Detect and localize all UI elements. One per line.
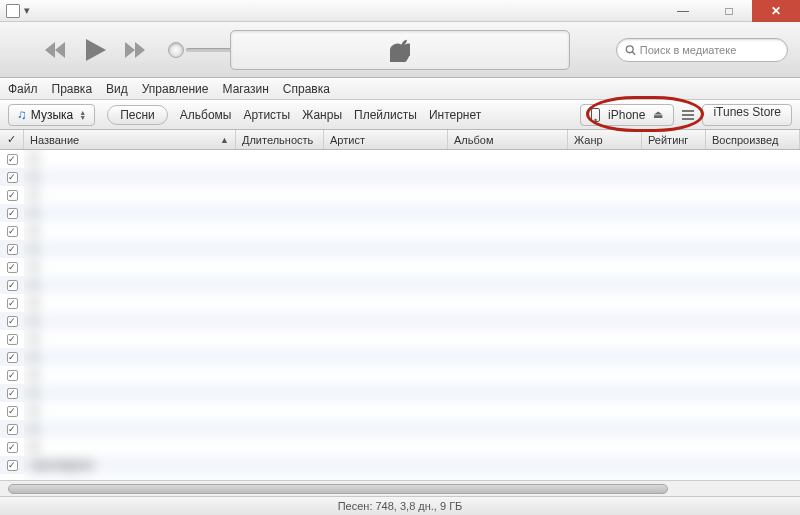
maximize-button[interactable]: □: [706, 0, 752, 22]
menu-file[interactable]: Файл: [8, 82, 38, 96]
menu-store[interactable]: Магазин: [223, 82, 269, 96]
cell-name: A: [24, 332, 236, 346]
search-field[interactable]: [616, 38, 788, 62]
scrollbar-thumb[interactable]: [8, 484, 668, 494]
cell-name: C: [24, 188, 236, 202]
svg-marker-2: [86, 39, 106, 61]
cell-name: A: [24, 170, 236, 184]
table-row[interactable]: ✓A: [0, 258, 800, 276]
row-checkbox[interactable]: ✓: [0, 298, 24, 309]
play-button[interactable]: [78, 32, 114, 68]
svg-line-6: [632, 52, 635, 55]
col-name[interactable]: Название ▲: [24, 130, 236, 149]
tab-albums[interactable]: Альбомы: [180, 108, 232, 122]
table-row[interactable]: ✓A: [0, 312, 800, 330]
table-row[interactable]: ✓A: [0, 240, 800, 258]
row-checkbox[interactable]: ✓: [0, 388, 24, 399]
tab-genres[interactable]: Жанры: [302, 108, 342, 122]
table-row[interactable]: ✓A: [0, 204, 800, 222]
col-plays[interactable]: Воспроизвед: [706, 130, 800, 149]
row-checkbox[interactable]: ✓: [0, 208, 24, 219]
row-checkbox[interactable]: ✓: [0, 424, 24, 435]
cell-name: A: [24, 404, 236, 418]
list-view-icon[interactable]: [682, 110, 694, 120]
table-row[interactable]: ✓A: [0, 348, 800, 366]
system-menu-icon[interactable]: [6, 4, 20, 18]
row-checkbox[interactable]: ✓: [0, 334, 24, 345]
menu-controls[interactable]: Управление: [142, 82, 209, 96]
col-artist[interactable]: Артист: [324, 130, 448, 149]
tab-playlists[interactable]: Плейлисты: [354, 108, 417, 122]
col-genre[interactable]: Жанр: [568, 130, 642, 149]
menu-help[interactable]: Справка: [283, 82, 330, 96]
cell-name: A: [24, 260, 236, 274]
row-checkbox[interactable]: ✓: [0, 460, 24, 471]
updown-arrows-icon: ▲▼: [79, 110, 86, 120]
library-selector[interactable]: ♫ Музыка ▲▼: [8, 104, 95, 126]
table-row[interactable]: ✓A: [0, 294, 800, 312]
library-selector-label: Музыка: [31, 108, 73, 122]
row-checkbox[interactable]: ✓: [0, 190, 24, 201]
table-row[interactable]: ✓Apocalypsis: [0, 456, 800, 474]
table-row[interactable]: ✓A: [0, 438, 800, 456]
search-icon: [625, 44, 636, 56]
table-row[interactable]: ✓A: [0, 384, 800, 402]
sort-asc-icon: ▲: [220, 135, 229, 145]
device-button[interactable]: iPhone ⏏: [580, 104, 674, 126]
tab-songs[interactable]: Песни: [107, 105, 168, 125]
row-checkbox[interactable]: ✓: [0, 172, 24, 183]
horizontal-scrollbar[interactable]: [0, 480, 800, 496]
close-button[interactable]: ✕: [752, 0, 800, 22]
volume-knob-icon[interactable]: [168, 42, 184, 58]
row-checkbox[interactable]: ✓: [0, 226, 24, 237]
row-checkbox[interactable]: ✓: [0, 154, 24, 165]
cell-name: A: [24, 386, 236, 400]
table-row[interactable]: ✓A: [0, 222, 800, 240]
minimize-button[interactable]: —: [660, 0, 706, 22]
table-row[interactable]: ✓A: [0, 150, 800, 168]
row-checkbox[interactable]: ✓: [0, 316, 24, 327]
cell-name: A: [24, 314, 236, 328]
row-checkbox[interactable]: ✓: [0, 370, 24, 381]
previous-button[interactable]: [40, 37, 72, 63]
tab-internet[interactable]: Интернет: [429, 108, 481, 122]
table-row[interactable]: ✓A: [0, 420, 800, 438]
song-list[interactable]: ✓A✓A✓C✓A✓A✓A✓A✓A✓A✓A✓A✓A✓A✓A✓A✓A✓A✓Apoca…: [0, 150, 800, 480]
table-row[interactable]: ✓A: [0, 168, 800, 186]
col-check[interactable]: ✓: [0, 130, 24, 149]
row-checkbox[interactable]: ✓: [0, 442, 24, 453]
next-button[interactable]: [120, 37, 152, 63]
row-checkbox[interactable]: ✓: [0, 280, 24, 291]
cell-name: A: [24, 368, 236, 382]
device-label: iPhone: [608, 108, 645, 122]
cell-name: A: [24, 242, 236, 256]
eject-icon[interactable]: ⏏: [653, 108, 663, 121]
menu-edit[interactable]: Правка: [52, 82, 93, 96]
menu-view[interactable]: Вид: [106, 82, 128, 96]
status-text: Песен: 748, 3,8 дн., 9 ГБ: [338, 500, 463, 512]
row-checkbox[interactable]: ✓: [0, 262, 24, 273]
table-row[interactable]: ✓A: [0, 366, 800, 384]
itunes-store-button[interactable]: iTunes Store: [702, 104, 792, 126]
sysmenu-caret[interactable]: ▾: [24, 4, 30, 17]
player-toolbar: [0, 22, 800, 78]
search-input[interactable]: [640, 44, 779, 56]
iphone-icon: [591, 108, 600, 122]
table-row[interactable]: ✓A: [0, 330, 800, 348]
cell-name: A: [24, 422, 236, 436]
window-titlebar: ▾ — □ ✕: [0, 0, 800, 22]
col-rating[interactable]: Рейтинг: [642, 130, 706, 149]
row-checkbox[interactable]: ✓: [0, 406, 24, 417]
tab-artists[interactable]: Артисты: [243, 108, 290, 122]
status-bar: Песен: 748, 3,8 дн., 9 ГБ: [0, 496, 800, 515]
table-row[interactable]: ✓A: [0, 402, 800, 420]
col-duration[interactable]: Длительность: [236, 130, 324, 149]
music-note-icon: ♫: [17, 107, 27, 122]
row-checkbox[interactable]: ✓: [0, 352, 24, 363]
row-checkbox[interactable]: ✓: [0, 244, 24, 255]
table-row[interactable]: ✓A: [0, 276, 800, 294]
table-row[interactable]: ✓C: [0, 186, 800, 204]
menu-bar: Файл Правка Вид Управление Магазин Справ…: [0, 78, 800, 100]
col-album[interactable]: Альбом: [448, 130, 568, 149]
svg-marker-3: [125, 42, 135, 58]
